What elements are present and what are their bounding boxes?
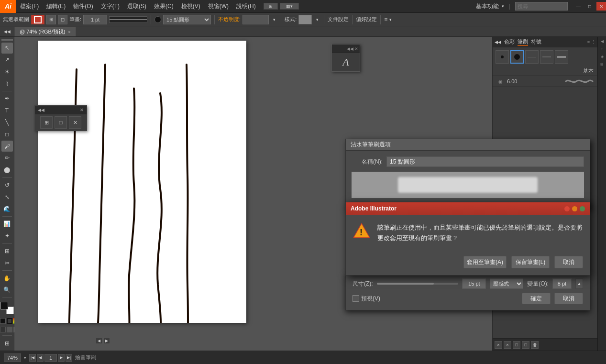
preferences-link[interactable]: 偏好設定 <box>356 16 377 23</box>
zoom-input[interactable] <box>4 353 21 362</box>
close-btn[interactable]: ✕ <box>596 2 606 11</box>
size-type-select[interactable]: 壓感式 <box>490 278 523 289</box>
preview-checkbox[interactable] <box>353 295 359 302</box>
calli-name-input[interactable] <box>386 156 584 167</box>
menu-view[interactable]: 檢視(V) <box>177 0 204 12</box>
style-swatch[interactable] <box>298 15 312 24</box>
btn-keep[interactable]: 保留筆畫(L) <box>511 256 550 268</box>
panel-options-icon[interactable]: ⋮ <box>591 40 595 44</box>
panel-btn-1[interactable]: × <box>495 341 502 349</box>
tool-warp[interactable]: 🌊 <box>1 203 13 214</box>
page-next-btn[interactable]: ▶ <box>58 354 65 362</box>
panel-tab-symbol[interactable]: 符號 <box>531 38 541 45</box>
menu-select[interactable]: 選取(S) <box>123 0 150 12</box>
tool-lasso[interactable]: ⌇ <box>1 78 13 89</box>
zoom-arrow[interactable]: ▾ <box>24 355 26 360</box>
tool-graph[interactable]: 📊 <box>1 219 13 230</box>
edge-btn-2[interactable]: T <box>599 45 606 52</box>
btn-cancel[interactable]: 取消 <box>554 256 583 268</box>
menu-edit[interactable]: 編輯(E) <box>43 0 69 12</box>
panel-tab-brush[interactable]: 筆刷 <box>518 38 528 46</box>
char-close-icon[interactable]: ✕ <box>354 46 358 51</box>
panel-menu-icon[interactable]: ≡ <box>587 40 590 44</box>
maximize-btn[interactable]: □ <box>585 2 595 11</box>
scroll-right-btn[interactable]: ▶ <box>103 337 110 344</box>
menu-effect[interactable]: 效果(C) <box>150 0 177 12</box>
menu-object[interactable]: 物件(O) <box>69 0 97 12</box>
panel-btn-2[interactable]: × <box>504 341 511 349</box>
panel-btn-4[interactable]: □ <box>522 341 529 349</box>
menu-file[interactable]: 檔案(F) <box>16 0 43 12</box>
calli-cancel-btn[interactable]: 取消 <box>554 293 583 304</box>
tool-magic-wand[interactable]: ✶ <box>1 66 13 77</box>
style-arrow[interactable]: ▾ <box>314 16 320 23</box>
view-options-btn[interactable]: ▦▾ <box>280 3 299 10</box>
tool-blob-brush[interactable]: ⬤ <box>1 165 13 176</box>
brush-item-4[interactable] <box>540 50 553 64</box>
extra-arrow[interactable]: ▾ <box>389 17 396 22</box>
panel-tab-color[interactable]: 色彩 <box>504 38 515 45</box>
page-last-btn[interactable]: ▶| <box>66 354 72 362</box>
edge-btn-3[interactable]: ◈ <box>599 53 606 60</box>
size-slider[interactable] <box>377 283 459 285</box>
panel-btn-3[interactable]: □ <box>513 341 520 349</box>
extra-options-btn[interactable]: ≡ <box>384 16 387 23</box>
brush-item-1[interactable] <box>496 50 509 64</box>
panel-btn-delete[interactable]: 🗑 <box>531 341 539 349</box>
tool-artboard[interactable]: ⊞ <box>1 246 13 257</box>
brush-item-5[interactable] <box>555 50 568 64</box>
tool-scale[interactable]: ⤡ <box>1 191 13 202</box>
tool-line[interactable]: ╲ <box>1 117 13 128</box>
menu-help[interactable]: 說明(H) <box>232 0 260 12</box>
color-boxes[interactable] <box>0 302 14 315</box>
screen-mode-btn[interactable]: ⊞ <box>264 3 278 10</box>
tool-paintbrush[interactable]: 🖌 <box>1 141 13 152</box>
brush-select[interactable]: 15 點圓形 <box>163 15 211 24</box>
menu-window[interactable]: 視窗(W) <box>204 0 232 12</box>
edge-btn-4[interactable]: ⊞ <box>599 61 606 67</box>
stroke-color-box[interactable] <box>31 15 44 24</box>
opacity-input[interactable]: 100% <box>242 15 269 24</box>
transform-close-icon[interactable]: ✕ <box>80 108 84 112</box>
tool-selection[interactable]: ↖ <box>1 43 13 54</box>
fill-icon[interactable] <box>0 318 6 324</box>
size-input[interactable] <box>462 278 486 289</box>
tool-direct-select[interactable]: ↗ <box>1 55 13 66</box>
search-input[interactable] <box>515 2 568 11</box>
calli-ok-btn[interactable]: 確定 <box>522 293 551 304</box>
tab-close-btn[interactable]: × <box>68 30 71 34</box>
document-tab[interactable]: @ 74% (RGB/預視) × <box>14 27 76 36</box>
tool-rectangle[interactable]: □ <box>1 129 13 140</box>
scroll-left-btn[interactable]: ◀ <box>96 337 102 344</box>
change-screen-mode-btn[interactable]: ⊞ <box>1 338 13 349</box>
variation-up-btn[interactable]: ▲ <box>575 278 583 289</box>
doc-settings-link[interactable]: 文件設定 <box>328 16 349 23</box>
page-input[interactable] <box>44 354 57 362</box>
transform-btn-3[interactable]: ✕ <box>69 116 81 129</box>
opacity-arrow[interactable]: ▾ <box>271 16 277 23</box>
brush-item-3[interactable] <box>525 50 539 64</box>
panel-expand-icon[interactable]: ◀◀ <box>495 40 501 44</box>
tool-pen[interactable]: ✒ <box>1 93 13 104</box>
brush-item-2[interactable] <box>510 50 524 64</box>
toolbar-drag-handle[interactable] <box>1 39 13 41</box>
transform-btn-2[interactable]: □ <box>55 116 67 129</box>
transform-btn-1[interactable]: ⊞ <box>40 116 53 129</box>
tool-symbol-spray[interactable]: ✦ <box>1 231 13 242</box>
stroke-icon[interactable] <box>7 318 12 324</box>
variation-input[interactable] <box>552 278 572 289</box>
tool-type[interactable]: T <box>1 105 13 116</box>
edge-btn-1[interactable]: ◀ <box>599 38 606 44</box>
stroke-shape-btn[interactable]: ◻ <box>58 15 67 24</box>
page-prev-btn[interactable]: ◀ <box>37 354 44 362</box>
tool-pencil[interactable]: ✏ <box>1 153 13 164</box>
stroke-options-btn[interactable]: ⊞ <box>46 15 56 24</box>
stroke-width-input[interactable]: 1 pt <box>83 15 107 24</box>
transform-expand-icon[interactable]: ◀◀ <box>38 108 44 112</box>
tool-slice[interactable]: ✂ <box>1 257 13 268</box>
char-expand-icon[interactable]: ◀◀ <box>347 46 353 51</box>
tool-hand[interactable]: ✋ <box>1 273 13 284</box>
draw-normal-icon[interactable] <box>0 327 6 332</box>
tool-zoom[interactable]: 🔍 <box>1 285 13 296</box>
minimize-btn[interactable]: — <box>573 2 583 11</box>
